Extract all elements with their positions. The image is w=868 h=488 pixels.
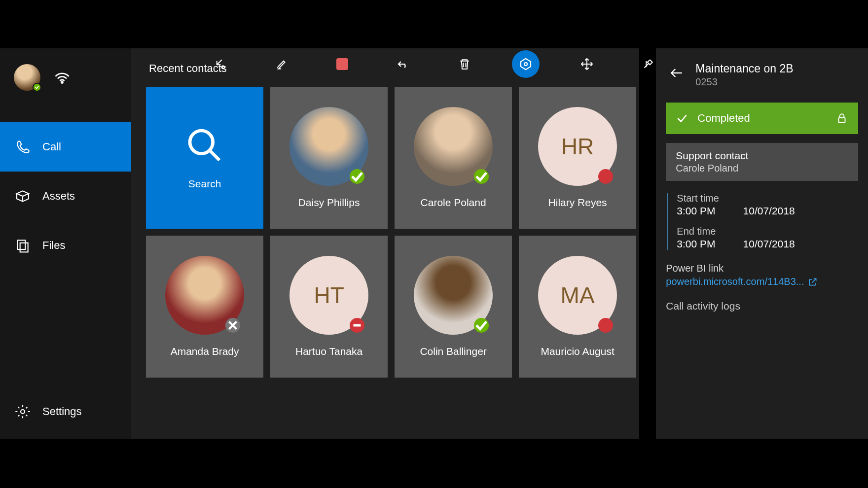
share-icon[interactable] [512,50,540,78]
status-busy-icon [598,169,613,184]
status-busy-icon [598,318,613,333]
support-contact-card[interactable]: Support contact Carole Poland [666,143,858,181]
status-label: Completed [697,112,750,125]
contact-tile[interactable]: Daisy Phillips [270,87,388,229]
contact-tile[interactable]: HRHilary Reyes [519,87,636,229]
contact-avatar [289,107,368,186]
contact-avatar: HR [538,107,617,186]
nav-item-files[interactable]: Files [0,221,131,270]
svg-point-5 [21,410,25,414]
contact-avatar [414,256,493,335]
avatar-initials: HT [314,282,344,309]
nav-item-settings[interactable]: Settings [0,389,131,434]
main-content: Recent contacts Search Daisy PhillipsCar… [131,48,639,439]
contacts-grid: Search Daisy PhillipsCarole PolandHRHila… [146,87,624,378]
contact-avatar [414,107,493,186]
lock-icon [835,112,848,125]
avatar-initials: HR [561,133,594,160]
incoming-icon[interactable] [206,50,234,78]
status-available-icon [474,169,489,184]
undo-icon[interactable] [390,50,417,78]
status-available-icon [350,169,364,184]
contact-name: Hilary Reyes [548,197,607,209]
svg-rect-4 [20,243,28,252]
contact-avatar [165,256,244,335]
contact-avatar: HT [289,256,368,335]
end-time-label: End time [677,226,858,237]
details-panel: Maintenance on 2B 0253 Completed Support… [656,48,868,439]
end-time-value: 3:00 PM [677,238,715,250]
check-icon [676,112,688,125]
contact-name: Mauricio August [541,346,614,357]
svg-rect-3 [17,240,25,249]
contact-name: Carole Poland [421,197,486,209]
status-completed: Completed [666,103,858,134]
contact-name: Hartuo Tanaka [295,346,362,357]
search-label: Search [188,178,221,190]
search-tile[interactable]: Search [146,87,263,229]
call-activity-logs-label: Call activity logs [666,300,858,312]
nav-item-call[interactable]: Call [0,122,131,172]
contact-tile[interactable]: Colin Ballinger [395,236,512,378]
powerbi-link[interactable]: powerbi.microsoft.com/114B3... [666,276,858,287]
svg-point-1 [524,62,527,65]
support-name: Carole Poland [676,163,848,174]
svg-rect-7 [839,118,845,123]
contact-name: Colin Ballinger [420,346,486,357]
move-icon[interactable] [573,50,601,78]
start-time-value: 3:00 PM [677,205,715,217]
presence-available-icon [33,83,41,92]
top-toolbar [0,45,868,82]
time-info: Start time 3:00 PM 10/07/2018 End time 3… [667,193,858,250]
search-icon [185,126,224,167]
status-dnd-icon [350,318,364,333]
powerbi-label: Power BI link [666,263,858,274]
ink-icon[interactable] [267,50,295,78]
nav-label: Call [42,140,61,153]
contact-tile[interactable]: MAMauricio August [519,236,636,378]
contact-name: Daisy Phillips [298,197,360,209]
contact-name: Amanda Brady [171,346,239,357]
delete-icon[interactable] [451,50,478,78]
contact-avatar: MA [538,256,617,335]
avatar-initials: MA [561,282,595,309]
record-icon[interactable] [328,50,356,78]
nav-item-assets[interactable]: Assets [0,172,131,221]
external-link-icon [808,277,818,287]
nav-label: Assets [42,190,75,203]
nav-label: Files [42,239,65,252]
contact-tile[interactable]: Amanda Brady [146,236,263,378]
contact-tile[interactable]: HTHartuo Tanaka [270,236,388,378]
svg-point-6 [190,131,213,154]
pin-icon[interactable] [634,50,662,78]
start-time-label: Start time [677,193,858,204]
status-available-icon [474,318,489,333]
start-date-value: 10/07/2018 [743,205,795,217]
svg-point-0 [222,66,225,69]
end-date-value: 10/07/2018 [743,238,795,250]
sidebar: Call Assets Files Settings [0,48,131,439]
contact-tile[interactable]: Carole Poland [395,87,512,229]
status-offline-icon [225,318,240,333]
settings-label: Settings [42,405,82,418]
support-label: Support contact [676,150,848,162]
